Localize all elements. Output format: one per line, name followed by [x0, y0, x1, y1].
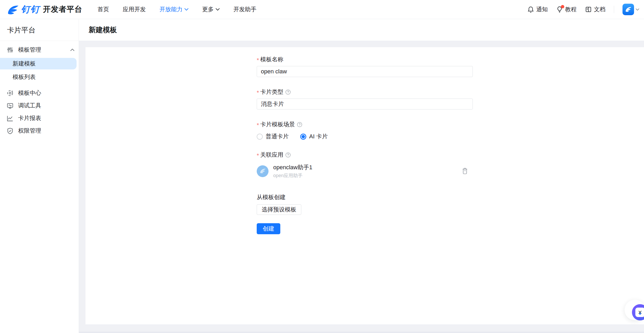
card-type-input[interactable]: [257, 99, 473, 110]
line-chart-icon: [7, 115, 14, 122]
app-meta: openclaw助手1 open应用助手: [273, 163, 312, 179]
sidebar-group-template-management[interactable]: 模板管理: [0, 43, 79, 56]
field-card-scene: * 卡片模板场景 普通卡片 AI 卡片: [257, 121, 473, 140]
sidebar-menu: 模板管理 新建模板 模板列表 模板中心 调试工具 卡片报表: [0, 41, 79, 137]
monitor-wave-icon: [7, 102, 14, 109]
doc-icon: [585, 6, 592, 13]
sliders-icon: [7, 46, 14, 53]
field-label: * 模板名称: [257, 56, 473, 63]
required-star: *: [257, 153, 259, 159]
shield-check-icon: [7, 127, 14, 134]
nav-item-home[interactable]: 首页: [98, 6, 109, 13]
radio-selected-icon: [300, 134, 306, 140]
top-navbar: 钉钉 开发者平台 首页 应用开发 开放能力 更多 开发助手 通知: [0, 0, 644, 19]
sidebar-item-label: 权限管理: [18, 127, 41, 135]
required-star: *: [257, 57, 259, 63]
bottom-scrollbar-track[interactable]: [0, 332, 644, 333]
app-description: open应用助手: [273, 172, 312, 179]
help-icon[interactable]: [285, 152, 291, 158]
chevron-down-icon: [184, 8, 189, 11]
chevron-down-icon: [216, 8, 220, 11]
radio-normal-card[interactable]: 普通卡片: [257, 133, 289, 140]
page-header: 新建模板: [79, 19, 644, 41]
tutorial-button[interactable]: 教程: [556, 6, 577, 13]
linked-app-row: openclaw助手1 open应用助手: [257, 163, 473, 179]
app-name: openclaw助手1: [273, 163, 312, 171]
customer-service-button[interactable]: ✕: [632, 304, 644, 320]
create-button[interactable]: 创建: [257, 223, 280, 234]
chevron-down-icon: [636, 8, 639, 11]
sidebar-item-template-list[interactable]: 模板列表: [0, 71, 77, 83]
template-name-input[interactable]: [257, 66, 473, 77]
content-card: * 模板名称 * 卡片类型 * 卡片模板场景: [85, 47, 644, 324]
bell-icon: [527, 6, 534, 13]
notification-badge: [561, 5, 564, 8]
required-star: *: [257, 122, 259, 128]
choose-preset-template-button[interactable]: 选择预设模板: [257, 204, 301, 215]
page-title: 新建模板: [89, 25, 117, 35]
dingtalk-app-avatar: [622, 4, 634, 15]
docs-label: 文档: [594, 6, 605, 13]
radio-ai-card[interactable]: AI 卡片: [300, 133, 328, 140]
field-card-type: * 卡片类型: [257, 88, 473, 110]
nav-item-open-capability[interactable]: 开放能力: [159, 6, 189, 13]
docs-button[interactable]: 文档: [585, 6, 605, 13]
target-icon: [7, 90, 14, 97]
brand-logo[interactable]: 钉钉 开发者平台: [7, 3, 82, 15]
navbar-divider: [614, 6, 614, 13]
sidebar: 卡片平台 模板管理 新建模板 模板列表 模板中心 调试工具: [0, 19, 79, 333]
lightbulb-icon: [556, 6, 563, 13]
radio-unselected-icon: [257, 134, 263, 140]
main-nav: 首页 应用开发 开放能力 更多 开发助手: [98, 6, 256, 13]
sidebar-item-label: 调试工具: [18, 102, 41, 110]
field-label: * 关联应用: [257, 151, 473, 159]
sidebar-item-card-reports[interactable]: 卡片报表: [0, 112, 79, 124]
nav-item-more[interactable]: 更多: [202, 6, 220, 13]
menu-spacer: [0, 85, 79, 87]
sidebar-item-label: 卡片报表: [18, 114, 41, 122]
help-icon[interactable]: [297, 122, 302, 127]
field-template-name: * 模板名称: [257, 56, 473, 77]
brand-platform-title: 开发者平台: [43, 4, 82, 15]
field-linked-app: * 关联应用 openclaw助手1 open应用助手: [257, 151, 473, 179]
sidebar-title: 卡片平台: [0, 19, 79, 41]
chat-service-icon: ✕: [635, 308, 644, 317]
sidebar-item-debug-tools[interactable]: 调试工具: [0, 99, 79, 112]
navbar-right-tools: 通知 教程 文档: [527, 4, 639, 15]
required-star: *: [257, 90, 259, 96]
nav-item-app-dev[interactable]: 应用开发: [123, 6, 146, 13]
sidebar-item-permission-management[interactable]: 权限管理: [0, 124, 79, 137]
nav-item-dev-assistant[interactable]: 开发助手: [233, 6, 256, 13]
dingtalk-wing-icon: [7, 4, 19, 15]
sidebar-item-new-template[interactable]: 新建模板: [0, 58, 77, 69]
account-menu[interactable]: [622, 4, 639, 15]
chevron-up-icon: [70, 48, 74, 51]
app-avatar: [257, 165, 269, 177]
card-scene-radio-group: 普通卡片 AI 卡片: [257, 133, 473, 140]
tutorial-label: 教程: [565, 6, 577, 13]
help-icon[interactable]: [285, 89, 291, 95]
notifications-label: 通知: [536, 6, 548, 13]
notifications-button[interactable]: 通知: [527, 6, 548, 13]
field-label: * 卡片类型: [257, 88, 473, 96]
delete-app-button[interactable]: [462, 168, 468, 174]
brand-logo-text: 钉钉: [21, 3, 40, 15]
from-template-label: 从模板创建: [257, 193, 473, 201]
new-template-form: * 模板名称 * 卡片类型 * 卡片模板场景: [257, 47, 473, 234]
chat-widget-backdrop: ✕: [625, 300, 644, 320]
sidebar-group-label: 模板管理: [18, 46, 41, 54]
sidebar-item-template-center[interactable]: 模板中心: [0, 87, 79, 99]
sidebar-item-label: 模板中心: [18, 89, 41, 97]
field-label: * 卡片模板场景: [257, 121, 473, 128]
